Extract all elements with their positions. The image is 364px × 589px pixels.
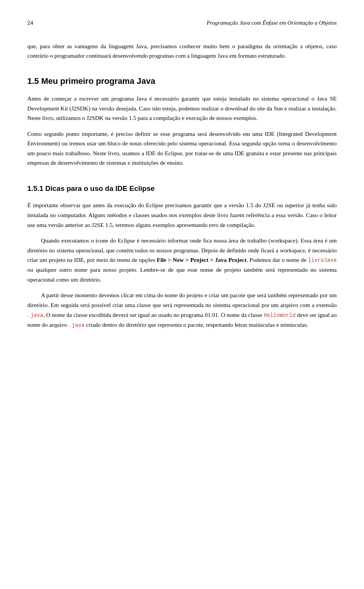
section151-paragraph2: Quando executamos o ícone do Eclipse é n…: [27, 236, 337, 284]
page: 24 Programação Java com Ênfase em Orient…: [0, 0, 364, 589]
section151-paragraph3-code1: .java: [27, 312, 43, 318]
book-title: Programação Java com Ênfase em Orientaçã…: [207, 18, 337, 27]
section-151-heading: 1.5.1 Dicas para o uso da IDE Eclipse: [27, 183, 337, 194]
section15-paragraph2: Como segundo ponto importante, é preciso…: [27, 129, 337, 168]
intro-text: que, para obter as vantagens da linguage…: [27, 43, 337, 59]
section15-paragraph1: Antes de começar a escrever um programa …: [27, 94, 337, 123]
section15-paragraph1-text: Antes de começar a escrever um programa …: [27, 95, 337, 121]
section151-paragraph1-text: É importante observar que antes da execu…: [27, 202, 337, 228]
section151-paragraph3: A partir desse momento devemos clicar em…: [27, 290, 337, 329]
section151-paragraph2-bold: File > New > Project > Java Project: [157, 257, 246, 263]
section151-paragraph3-code2: HelloWorld: [264, 312, 296, 318]
section151-paragraph2-part3: ou qualquer outro nome para nosso projet…: [27, 266, 337, 283]
section151-paragraph1: É importante observar que antes da execu…: [27, 200, 337, 230]
section151-paragraph3-part4: criado dentro do diretório que represent…: [85, 321, 308, 328]
section151-paragraph3-part1: A partir desse momento devemos clicar em…: [27, 292, 337, 308]
intro-paragraph: que, para obter as vantagens da linguage…: [27, 41, 337, 61]
section151-paragraph2-part2: . Podemos dar o nome de: [246, 257, 308, 263]
section151-paragraph3-code3: .java: [69, 322, 85, 328]
section-15-heading: 1.5 Meu primeiro programa Java: [27, 74, 337, 88]
page-number: 24: [27, 18, 33, 28]
section151-paragraph2-code1: livroJava: [308, 257, 337, 263]
page-header: 24 Programação Java com Ênfase em Orient…: [27, 18, 337, 28]
section151-paragraph3-part2: . O nome da classe escolhida deverá ser …: [43, 312, 264, 318]
section15-paragraph2-text: Como segundo ponto importante, é preciso…: [27, 131, 337, 166]
